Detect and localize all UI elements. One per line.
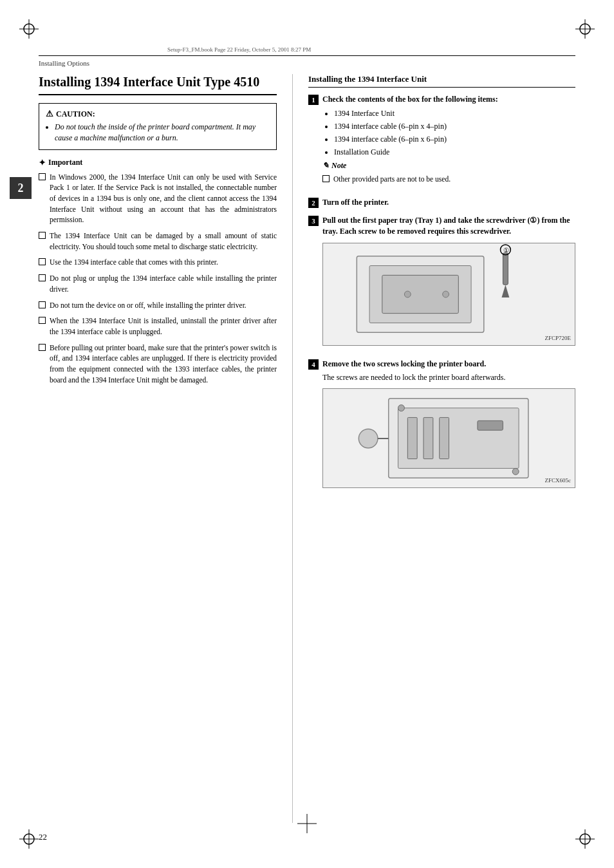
step-1: 1 Check the contents of the box for the …: [308, 94, 575, 191]
list-item-1: 1394 Interface Unit: [334, 108, 575, 119]
note-checkbox-icon: [322, 175, 330, 182]
warning-icon: ⚠: [46, 109, 53, 119]
important-item-6: When the 1394 Interface Unit is installe…: [39, 316, 277, 337]
right-column: Installing the 1394 Interface Unit 1 Che…: [308, 74, 575, 823]
important-icon: ✦: [39, 158, 46, 168]
caution-title: ⚠ CAUTION:: [46, 109, 270, 119]
header-file: Setup-F3_FM.book Page 22 Friday, October…: [167, 46, 311, 53]
important-section: ✦ Important In Windows 2000, the 1394 In…: [39, 158, 277, 385]
important-item-2: The 1394 Interface Unit can be damaged b…: [39, 231, 277, 252]
caution-box: ⚠ CAUTION: Do not touch the inside of th…: [39, 103, 277, 150]
svg-point-27: [358, 429, 378, 449]
step-4-number: 4: [308, 359, 319, 370]
svg-point-20: [443, 291, 449, 297]
header-bar: Setup-F3_FM.book Page 22 Friday, October…: [39, 44, 575, 55]
diagram-2: ZFCX605c: [322, 388, 575, 488]
caution-list: Do not touch the inside of the printer b…: [55, 122, 270, 144]
step-1-list: 1394 Interface Unit 1394 interface cable…: [334, 108, 575, 158]
important-item-1: In Windows 2000, the 1394 Interface Unit…: [39, 172, 277, 225]
chapter-badge: 2: [10, 177, 32, 199]
section-label: Installing Options: [39, 59, 89, 67]
corner-mark-bl: [19, 829, 39, 849]
checkbox-icon-4: [39, 274, 46, 281]
main-heading: Installing 1394 Interface Unit Type 4510: [39, 74, 277, 95]
step-4-content: Remove the two screws locking the printe…: [322, 359, 575, 495]
list-item-4: Installation Guide: [334, 146, 575, 158]
step-4-note-text: The screws are needed to lock the printe…: [322, 372, 575, 383]
svg-rect-23: [407, 418, 417, 459]
column-divider: [292, 74, 293, 823]
diagram-1: ① ZFCP720E: [322, 243, 575, 346]
important-item-5: Do not turn the device on or off, while …: [39, 300, 277, 311]
svg-rect-24: [423, 418, 433, 459]
left-column: 2 Installing 1394 Interface Unit Type 45…: [39, 74, 277, 823]
step-4: 4 Remove the two screws locking the prin…: [308, 359, 575, 495]
bottom-center-mark: [297, 814, 317, 836]
step-3: 3 Pull out the first paper tray (Tray 1)…: [308, 215, 575, 352]
svg-point-19: [404, 291, 411, 297]
svg-rect-15: [503, 252, 508, 284]
step-2-content: Turn off the printer.: [322, 197, 575, 208]
corner-mark-br: [575, 829, 595, 849]
note-title: ✎ Note: [322, 160, 575, 171]
svg-rect-25: [440, 418, 449, 459]
svg-marker-16: [501, 285, 509, 297]
checkbox-icon-3: [39, 258, 46, 265]
step-3-content: Pull out the first paper tray (Tray 1) a…: [322, 215, 575, 352]
corner-mark-tr: [575, 19, 595, 39]
step-3-number: 3: [308, 216, 319, 226]
note-item-1: Other provided parts are not to be used.: [322, 174, 575, 185]
svg-point-30: [512, 469, 519, 475]
checkbox-icon-6: [39, 317, 46, 324]
list-item-2: 1394 interface cable (6–pin x 4–pin): [334, 120, 575, 132]
svg-text:①: ①: [503, 246, 509, 253]
page-number: 22: [39, 832, 47, 842]
step-1-note: ✎ Note Other provided parts are not to b…: [322, 160, 575, 184]
step-1-number: 1: [308, 95, 319, 105]
top-rule: [39, 55, 575, 56]
step-2-number: 2: [308, 198, 319, 208]
note-pencil-icon: ✎: [322, 160, 329, 171]
checkbox-icon-7: [39, 344, 46, 351]
checkbox-icon-2: [39, 232, 46, 239]
right-section-heading: Installing the 1394 Interface Unit: [308, 74, 575, 88]
svg-point-29: [398, 405, 405, 411]
important-item-3: Use the 1394 interface cable that comes …: [39, 257, 277, 268]
important-item-7: Before pulling out printer board, make s…: [39, 343, 277, 386]
step-2: 2 Turn off the printer.: [308, 197, 575, 208]
content-area: 2 Installing 1394 Interface Unit Type 45…: [39, 74, 575, 823]
step-1-content: Check the contents of the box for the fo…: [322, 94, 575, 191]
checkbox-icon-5: [39, 301, 46, 308]
diagram-2-label: ZFCX605c: [545, 476, 572, 485]
svg-rect-26: [478, 421, 503, 431]
important-item-4: Do not plug or unplug the 1394 interface…: [39, 273, 277, 294]
corner-mark-tl: [19, 19, 39, 39]
list-item-3: 1394 interface cable (6–pin x 6–pin): [334, 133, 575, 145]
important-title: ✦ Important: [39, 158, 277, 168]
checkbox-icon-1: [39, 173, 46, 180]
page: Setup-F3_FM.book Page 22 Friday, October…: [0, 0, 614, 868]
caution-item: Do not touch the inside of the printer b…: [55, 122, 270, 144]
diagram-1-label: ZFCP720E: [544, 334, 571, 343]
